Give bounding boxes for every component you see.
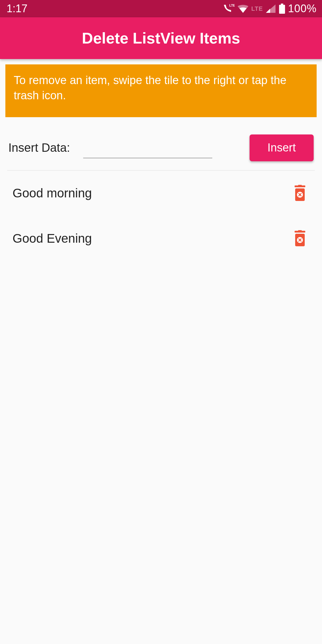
battery-percentage: 100% bbox=[288, 2, 317, 15]
info-banner: To remove an item, swipe the tile to the… bbox=[5, 64, 317, 117]
item-list: Good morning Good Evening bbox=[5, 171, 317, 261]
status-right-cluster: LTE LTE 100% bbox=[223, 2, 317, 15]
delete-button[interactable] bbox=[290, 182, 309, 204]
insert-row: Insert Data: Insert bbox=[5, 117, 317, 170]
cellular-signal-icon bbox=[265, 4, 276, 13]
list-item-label: Good Evening bbox=[13, 231, 92, 246]
app-bar: Delete ListView Items bbox=[0, 17, 322, 59]
insert-input[interactable] bbox=[83, 137, 212, 158]
page-title: Delete ListView Items bbox=[82, 29, 240, 47]
lte-label-dim: LTE bbox=[251, 5, 263, 12]
wifi-icon bbox=[237, 4, 249, 13]
insert-label: Insert Data: bbox=[8, 141, 70, 154]
volte-call-icon: LTE bbox=[223, 4, 235, 14]
trash-icon bbox=[293, 230, 307, 247]
svg-rect-4 bbox=[298, 185, 302, 186]
insert-button[interactable]: Insert bbox=[250, 134, 314, 161]
list-item[interactable]: Good Evening bbox=[5, 216, 317, 261]
android-status-bar: 1:17 LTE LTE 100% bbox=[0, 0, 322, 17]
delete-button[interactable] bbox=[290, 228, 309, 249]
svg-text:LTE: LTE bbox=[229, 4, 235, 7]
battery-icon bbox=[278, 4, 286, 14]
status-clock: 1:17 bbox=[7, 2, 27, 15]
svg-rect-2 bbox=[279, 5, 285, 14]
list-item-label: Good morning bbox=[13, 186, 92, 200]
svg-rect-8 bbox=[298, 230, 302, 231]
trash-icon bbox=[293, 185, 307, 202]
svg-rect-1 bbox=[281, 4, 283, 5]
page-content: To remove an item, swipe the tile to the… bbox=[0, 59, 322, 261]
info-banner-text: To remove an item, swipe the tile to the… bbox=[14, 74, 287, 102]
list-item[interactable]: Good morning bbox=[5, 171, 317, 216]
